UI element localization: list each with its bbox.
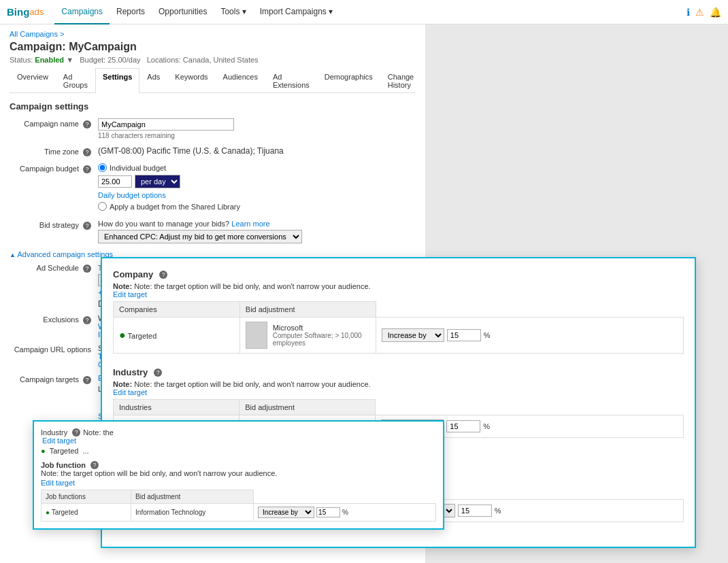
tab-overview[interactable]: Overview [10,68,56,93]
bid-strategy-help[interactable]: ? [83,222,91,230]
ads-text: ads [29,7,44,17]
info-icon[interactable]: ℹ [686,7,690,18]
small-industry-name: ... [82,447,88,455]
company-logo [246,322,267,349]
small-jobfunction-edit[interactable]: Edit target [41,479,436,487]
small-industry-help[interactable]: ? [72,428,80,437]
status-enabled: Enabled [35,56,64,64]
bell-icon[interactable]: 🔔 [710,7,721,18]
small-jf-bid-type-select[interactable]: Increase by Increase Decrease by [258,507,314,518]
company-bid-type-select[interactable]: Increase by Increase Decrease by [382,328,444,342]
industry-note: Note: Note: the target option will be bi… [113,380,684,388]
daily-budget-link[interactable]: Daily budget options [98,191,416,199]
small-jf-status-cell: ● Targeted [42,504,131,522]
small-jobfunction-header: Job function ? [41,461,436,469]
tab-ads[interactable]: Ads [139,68,167,93]
small-jf-row: ● Targeted Information Technology Increa… [42,504,436,522]
ad-schedule-label: Ad Schedule ? [10,264,98,273]
budget-shared-option: Apply a budget from the Shared Library [98,202,416,211]
small-industry-row: ● Targeted ... [41,445,436,457]
company-help[interactable]: ? [159,271,167,279]
industry-col1: Industries [114,400,239,415]
tabs-bar: Overview Ad Groups Settings Ads Keywords… [10,68,416,93]
budget-shared-radio[interactable] [98,202,107,211]
url-label: Campaign URL options [10,344,98,369]
nav-import[interactable]: Import Campaigns ▾ [253,0,340,24]
small-jf-bid-cell: Increase by Increase Decrease by % [254,504,436,522]
small-jobfunction-label: Job function [41,461,86,469]
bid-strategy-label: Bid strategy ? [10,220,98,230]
tab-adgroups[interactable]: Ad Groups [56,68,95,93]
exclusions-help[interactable]: ? [83,316,91,324]
budget-shared-label: Apply a budget from the Shared Library [110,203,240,211]
company-note: Note: Note: the target option will be bi… [113,282,684,290]
small-jobfunction-help[interactable]: ? [90,461,99,469]
budget-amount-input[interactable] [98,175,132,188]
budget-row: Campaign budget ? Individual budget per … [10,163,416,213]
alert-icon[interactable]: ⚠ [695,7,704,18]
company-edit-target[interactable]: Edit target [113,290,684,298]
status-bar: Status: Enabled ▼ Budget: 25.00/day Loca… [10,56,416,64]
tab-demographics[interactable]: Demographics [317,68,380,93]
exclusions-label: Exclusions ? [10,314,98,339]
budget-help[interactable]: ? [83,165,91,173]
ad-schedule-help[interactable]: ? [83,265,91,273]
small-jf-dot: ● [46,509,50,516]
small-jf-status: Targeted [52,509,78,516]
budget-individual-radio[interactable] [98,163,107,172]
company-status: Targeted [128,332,157,340]
tab-settings[interactable]: Settings [95,68,139,93]
campaign-name-input[interactable] [98,118,234,131]
industry-bid-value-input[interactable] [446,420,480,432]
nav-tools[interactable]: Tools ▾ [214,0,252,24]
company-pct: % [484,331,491,339]
small-jf-bid-value-input[interactable] [316,507,340,517]
campaign-name-label: Campaign name ? [10,118,98,129]
timezone-row: Time zone ? (GMT-08:00) Pacific Time (U.… [10,146,416,156]
company-bid-value-input[interactable] [447,329,481,341]
bing-text: Bing [7,6,29,18]
small-industry-status: Targeted [50,447,79,455]
industry-header: Industry ? [113,367,684,377]
nav-reports[interactable]: Reports [110,0,152,24]
section-title: Campaign settings [10,101,416,112]
budget-type-select[interactable]: per day [135,175,180,188]
small-jf-col2: Bid adjustment [131,490,254,504]
learn-more-link[interactable]: Learn more [231,220,269,228]
small-jobfunction-note: Note: the target option will be bid only… [41,469,436,477]
tab-ad-extensions[interactable]: Ad Extensions [265,68,317,93]
tab-dimensions[interactable]: Dimensions NEW [421,68,425,93]
company-bid-controls: Increase by Increase Decrease by % [382,328,678,342]
bid-strategy-field: How do you want to manage your bids? Lea… [98,220,416,243]
small-jf-bid-controls: Increase by Increase Decrease by % [258,507,431,518]
industry-pct: % [483,422,490,430]
tab-audiences[interactable]: Audiences [216,68,265,93]
char-count: 118 characters remaining [98,132,416,139]
campaign-name-field: 118 characters remaining [98,118,416,139]
company-section: Company ? Note: Note: the target option … [113,269,684,354]
company-col1: Companies [114,302,240,318]
company-name-cell: Microsoft Computer Software; > 10,000 em… [239,318,376,354]
nav-opportunities[interactable]: Opportunities [152,0,214,24]
jobfunction-pct: % [495,507,501,515]
small-jf-name-cell: Information Technology [131,504,254,522]
campaign-name-help[interactable]: ? [83,120,91,129]
nav-campaigns[interactable]: Campaigns [54,0,110,24]
small-industry-dot: ● [41,447,46,455]
bid-strategy-select[interactable]: Enhanced CPC: Adjust my bid to get more … [98,230,302,243]
company-info: Microsoft Computer Software; > 10,000 em… [246,322,370,349]
industry-edit-target[interactable]: Edit target [113,388,684,396]
nav-links: Campaigns Reports Opportunities Tools ▾ … [54,0,340,24]
breadcrumb[interactable]: All Campaigns > [10,30,416,38]
campaign-name-row: Campaign name ? 118 characters remaining [10,118,416,139]
company-row: ● Targeted Microsoft Computer Software; … [114,318,684,354]
tab-keywords[interactable]: Keywords [167,68,215,93]
targets-help[interactable]: ? [83,376,91,384]
campaign-name-heading: MyCampaign [69,41,137,52]
small-industry-edit[interactable]: Edit target [42,437,436,445]
timezone-help[interactable]: ? [83,148,91,156]
small-industry-note: Note: the [83,428,114,437]
tab-change-history[interactable]: Change History [380,68,422,93]
jobfunction-bid-value-input[interactable] [458,505,492,517]
industry-help[interactable]: ? [154,369,162,377]
